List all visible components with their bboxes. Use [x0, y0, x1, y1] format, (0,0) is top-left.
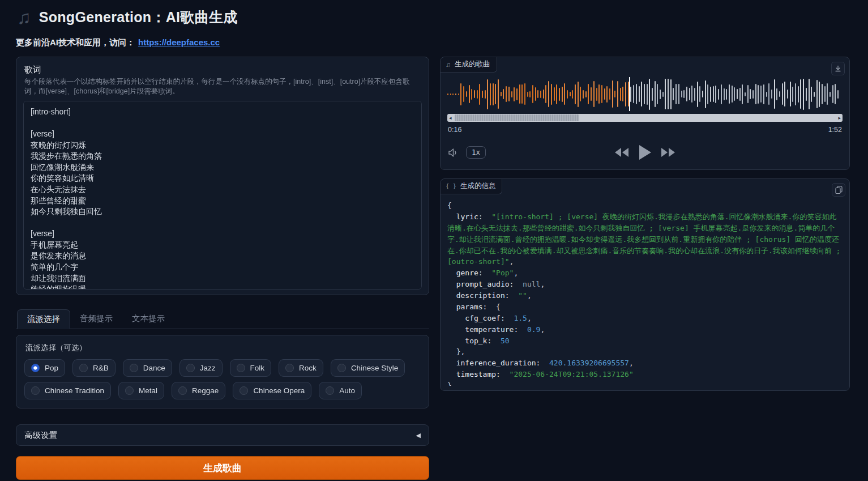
- genre-option-label: Folk: [250, 364, 265, 372]
- waveform-bar: [567, 90, 568, 99]
- json-token: prompt_audio:: [447, 280, 523, 288]
- genre-option-label: Auto: [339, 386, 355, 395]
- download-button[interactable]: [831, 62, 845, 75]
- waveform-bar: [673, 88, 674, 100]
- info-panel-badge: { } 生成的信息: [441, 179, 502, 194]
- play-button[interactable]: [638, 144, 652, 160]
- advanced-accordion[interactable]: 高级设置 ◀: [16, 424, 429, 446]
- generate-button[interactable]: 生成歌曲: [16, 456, 429, 480]
- scrollbar-thumb[interactable]: [455, 114, 579, 121]
- json-token: ,: [629, 359, 634, 367]
- waveform-bar: [798, 86, 799, 103]
- waveform-bar: [737, 89, 738, 99]
- tab-text-prompt[interactable]: 文本提示: [122, 309, 174, 329]
- waveform-bar: [540, 91, 541, 98]
- genre-option-pop[interactable]: Pop: [24, 359, 65, 377]
- waveform-bar: [450, 93, 451, 95]
- genre-option-r-b[interactable]: R&B: [72, 359, 116, 377]
- waveform-bar: [580, 87, 581, 101]
- waveform[interactable]: [447, 77, 843, 111]
- genre-option-metal[interactable]: Metal: [118, 382, 164, 399]
- scrollbar-left-arrow-icon[interactable]: ◂: [449, 114, 452, 121]
- waveform-bar: [734, 87, 735, 101]
- waveform-bar: [474, 90, 475, 98]
- waveform-bar: [593, 81, 595, 107]
- external-link[interactable]: https://deepfaces.cc: [138, 37, 220, 47]
- radio-icon: [130, 364, 138, 372]
- skip-forward-button[interactable]: [661, 147, 675, 158]
- waveform-bar: [543, 90, 544, 99]
- scrollbar-right-arrow-icon[interactable]: ▸: [838, 114, 841, 121]
- waveform-bar: [636, 84, 637, 104]
- genre-option-chinese-tradition[interactable]: Chinese Tradition: [24, 382, 111, 399]
- json-token: "": [518, 291, 527, 300]
- volume-button[interactable]: [448, 148, 459, 158]
- json-token: ,: [540, 280, 545, 288]
- copy-button[interactable]: [832, 183, 845, 197]
- genre-option-reggae[interactable]: Reggae: [172, 382, 225, 399]
- genre-option-chinese-opera[interactable]: Chinese Opera: [233, 382, 311, 399]
- playback-speed-button[interactable]: 1x: [466, 146, 486, 159]
- waveform-bar: [675, 84, 677, 104]
- skip-back-button[interactable]: [614, 147, 629, 158]
- waveform-bar: [479, 84, 480, 105]
- json-token: genre:: [447, 269, 491, 277]
- tab-audio-prompt[interactable]: 音频提示: [70, 309, 122, 329]
- json-token: description:: [447, 291, 518, 300]
- genre-option-jazz[interactable]: Jazz: [179, 359, 223, 377]
- waveform-bar: [471, 89, 472, 100]
- json-token: ,: [510, 257, 514, 266]
- waveform-bar: [747, 85, 749, 103]
- waveform-bar: [683, 90, 685, 98]
- json-token: temperature:: [447, 325, 527, 334]
- json-token: "2025-06-24T09:21:05.137126": [510, 370, 634, 378]
- subtitle: 更多前沿AI技术和应用，访问：https://deepfaces.cc: [16, 37, 220, 48]
- radio-icon: [79, 364, 88, 372]
- waveform-bar: [824, 86, 826, 102]
- right-column: ♫ 生成的歌曲 ◂ ▸ 0:16 1:52: [440, 57, 850, 391]
- waveform-bar: [458, 93, 459, 95]
- waveform-bar: [548, 81, 549, 107]
- waveform-bar: [601, 85, 602, 103]
- waveform-bar: [668, 79, 669, 109]
- waveform-bar: [806, 88, 807, 101]
- waveform-scrollbar[interactable]: ◂ ▸: [447, 114, 843, 122]
- genre-option-auto[interactable]: Auto: [319, 382, 362, 399]
- waveform-bar: [760, 86, 762, 103]
- waveform-bar: [532, 85, 533, 103]
- waveform-bar: [718, 89, 719, 100]
- waveform-bar: [771, 90, 772, 99]
- waveform-bar: [521, 84, 523, 104]
- genre-option-folk[interactable]: Folk: [230, 359, 272, 377]
- waveform-bar: [455, 93, 456, 95]
- waveform-bar: [585, 91, 587, 97]
- waveform-bar: [606, 86, 608, 103]
- radio-icon: [240, 386, 248, 395]
- json-token: "[intro-short] ; [verse] 夜晚的街灯闪烁.我漫步在熟悉的…: [447, 212, 844, 266]
- json-token: cfg_coef:: [447, 314, 514, 322]
- tab-genre-select[interactable]: 流派选择: [17, 309, 70, 329]
- waveform-bar: [705, 80, 706, 108]
- waveform-bar: [559, 88, 560, 101]
- genre-option-chinese-style[interactable]: Chinese Style: [331, 359, 405, 377]
- waveform-bar: [660, 90, 661, 99]
- genre-option-dance[interactable]: Dance: [123, 359, 172, 377]
- player-panel-title: 生成的歌曲: [455, 59, 490, 69]
- json-token: null: [523, 280, 540, 288]
- waveform-bar: [655, 81, 656, 107]
- waveform-bar: [665, 79, 666, 109]
- page: ♫ SongGeneration：AI歌曲生成 更多前沿AI技术和应用，访问：h…: [0, 0, 868, 481]
- json-token: lyric:: [447, 212, 491, 221]
- page-title: SongGeneration：AI歌曲生成: [39, 8, 238, 27]
- waveform-bar: [662, 92, 664, 97]
- genre-option-rock[interactable]: Rock: [279, 359, 323, 377]
- waveform-bar: [633, 85, 634, 103]
- lyrics-textarea[interactable]: [intro-short] [verse] 夜晚的街灯闪烁 我漫步在熟悉的角落 …: [23, 101, 422, 290]
- waveform-bar: [511, 91, 512, 97]
- genre-option-label: Chinese Opera: [253, 386, 305, 395]
- waveform-bar: [495, 84, 496, 104]
- radio-icon: [326, 386, 334, 395]
- waveform-bar: [755, 84, 756, 104]
- radio-icon: [31, 386, 40, 395]
- waveform-bar: [617, 81, 618, 107]
